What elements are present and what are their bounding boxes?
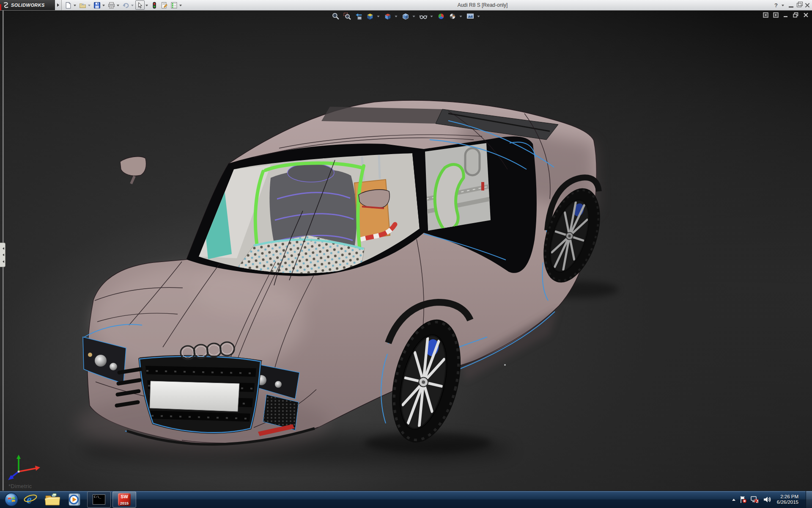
chevron-down-icon[interactable] xyxy=(377,16,380,19)
chevron-down-icon[interactable] xyxy=(477,16,480,19)
internet-explorer-icon: e xyxy=(23,493,38,506)
show-hidden-icons-button[interactable] xyxy=(732,497,735,501)
show-desktop-button[interactable] xyxy=(806,491,812,508)
file-properties-button[interactable] xyxy=(159,0,169,10)
clock-date: 6/26/2015 xyxy=(777,500,798,505)
reference-triad xyxy=(5,453,46,485)
action-center-flag-icon[interactable] xyxy=(739,496,747,503)
scene-ball-icon xyxy=(448,12,456,20)
select-cursor-icon xyxy=(137,2,143,8)
chevron-right-icon xyxy=(57,3,61,7)
taskbar-item-solidworks[interactable]: SW 2015 xyxy=(112,491,136,508)
chevron-down-icon[interactable] xyxy=(431,16,433,19)
chevron-down-icon[interactable] xyxy=(102,5,105,8)
side-window-interior[interactable] xyxy=(423,140,493,233)
brand-name: SOLIDWORKS xyxy=(11,3,45,8)
edit-appearance-button[interactable] xyxy=(436,12,446,20)
appearance-ball-icon xyxy=(437,12,445,20)
taskbar-item-file-explorer[interactable] xyxy=(41,491,63,508)
feature-pane-collapsed-tab[interactable] xyxy=(0,243,5,267)
doc-minimize-button[interactable] xyxy=(783,13,788,18)
zoom-to-fit-button[interactable] xyxy=(331,12,340,20)
chevron-down-icon[interactable] xyxy=(460,16,462,19)
network-status-icon[interactable] xyxy=(751,496,759,503)
taskbar-item-command-prompt[interactable]: C:\_ xyxy=(87,491,111,508)
chevron-left-icon xyxy=(1,247,4,250)
display-style-button[interactable] xyxy=(401,12,410,20)
apply-scene-button[interactable] xyxy=(448,12,457,20)
start-button[interactable] xyxy=(3,491,19,508)
zoom-to-fit-icon xyxy=(332,12,340,20)
command-prompt-icon: C:\_ xyxy=(93,494,105,505)
chevron-down-icon[interactable] xyxy=(782,5,784,8)
open-folder-icon xyxy=(79,2,86,9)
taskbar-item-internet-explorer[interactable]: e xyxy=(19,491,41,508)
system-tray: 2:26 PM 6/26/2015 xyxy=(732,491,812,508)
pane-toggle-right-icon[interactable] xyxy=(773,12,779,18)
solidworks-logo: SOLIDWORKS xyxy=(0,0,55,10)
chevron-left-icon xyxy=(1,254,4,256)
solidworks-cube-letters: SW xyxy=(118,494,131,499)
clock-time: 2:26 PM xyxy=(777,494,798,500)
previous-view-icon xyxy=(354,12,362,20)
rebuild-traffic-light-icon xyxy=(151,2,158,9)
select-button[interactable] xyxy=(135,0,145,10)
section-view-button[interactable] xyxy=(365,12,375,20)
chevron-down-icon[interactable] xyxy=(179,5,182,8)
undo-icon xyxy=(122,2,129,9)
window-title: Audi R8 S [Read-only] xyxy=(195,2,771,8)
chevron-down-icon[interactable] xyxy=(413,16,415,19)
view-settings-button[interactable] xyxy=(466,12,475,20)
new-document-button[interactable] xyxy=(63,0,73,10)
model-3d-view[interactable] xyxy=(0,11,812,491)
new-document-icon xyxy=(65,2,72,9)
solidworks-year-badge: 2015 xyxy=(118,501,131,505)
chevron-down-icon[interactable] xyxy=(131,5,134,8)
taskbar-item-media-player[interactable] xyxy=(63,491,85,508)
doc-close-button[interactable] xyxy=(803,12,809,18)
file-properties-icon xyxy=(161,2,168,9)
chevron-down-icon[interactable] xyxy=(117,5,119,8)
zoom-to-area-icon xyxy=(343,12,351,20)
taskbar-clock[interactable]: 2:26 PM 6/26/2015 xyxy=(777,494,798,505)
display-style-icon xyxy=(401,12,409,20)
toolbar-expand-button[interactable] xyxy=(55,0,62,10)
chevron-down-icon[interactable] xyxy=(88,5,91,8)
graphics-area[interactable]: *Dimetric xyxy=(0,11,812,491)
taskbar: e C:\_ SW 2015 xyxy=(0,491,812,508)
folder-icon xyxy=(45,493,60,506)
view-orientation-cube-icon xyxy=(384,12,392,20)
open-button[interactable] xyxy=(78,0,87,10)
logo-red-accent xyxy=(0,4,1,10)
chevron-down-icon[interactable] xyxy=(145,5,148,8)
section-view-icon xyxy=(366,12,374,20)
view-settings-icon xyxy=(466,12,474,20)
chevron-down-icon[interactable] xyxy=(395,16,398,19)
previous-view-button[interactable] xyxy=(354,12,363,20)
close-button[interactable] xyxy=(805,3,809,8)
volume-icon[interactable] xyxy=(763,496,771,503)
doc-restore-button[interactable] xyxy=(793,12,798,18)
help-button[interactable]: ? xyxy=(774,2,778,8)
pane-toggle-left-icon[interactable] xyxy=(763,12,768,18)
zoom-to-area-button[interactable] xyxy=(343,12,352,20)
highlight-speck xyxy=(504,364,506,366)
restore-button[interactable] xyxy=(797,3,801,7)
print-button[interactable] xyxy=(107,0,116,10)
media-player-icon xyxy=(68,493,81,506)
undo-button[interactable] xyxy=(121,0,130,10)
hide-show-items-button[interactable] xyxy=(419,12,428,20)
main-toolbar xyxy=(63,0,183,10)
view-orientation-label: *Dimetric xyxy=(8,483,32,489)
minimize-button[interactable] xyxy=(789,6,793,8)
license-plate xyxy=(150,381,239,411)
chevron-down-icon[interactable] xyxy=(74,5,76,8)
print-icon xyxy=(108,2,115,9)
view-orientation-button[interactable] xyxy=(383,12,392,20)
solidworks-logo-icon xyxy=(3,2,9,8)
options-button[interactable] xyxy=(169,0,178,10)
document-window-controls xyxy=(763,12,809,18)
rebuild-button[interactable] xyxy=(150,0,159,10)
save-button[interactable] xyxy=(92,0,102,10)
windows-start-icon xyxy=(4,492,19,507)
